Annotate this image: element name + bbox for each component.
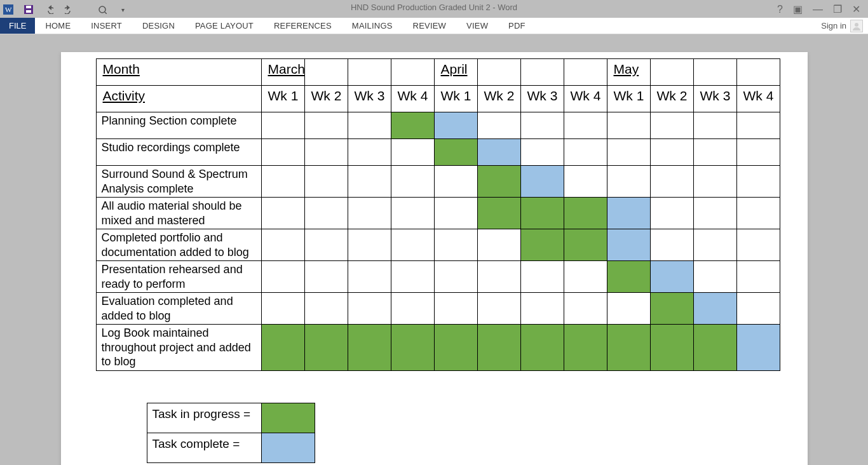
header-week-cell: Wk 3 (520, 86, 564, 112)
tab-insert[interactable]: INSERT (81, 18, 132, 34)
schedule-cell (261, 166, 304, 198)
activity-cell: All audio material should be mixed and m… (96, 198, 261, 229)
svg-line-8 (105, 12, 107, 14)
redo-icon[interactable] (64, 4, 75, 15)
header-activity: Activity (96, 86, 261, 112)
tab-mailings[interactable]: MAILINGS (342, 18, 403, 34)
schedule-cell (564, 166, 607, 198)
tab-home[interactable]: HOME (35, 18, 81, 34)
schedule-cell (304, 198, 348, 229)
help-icon[interactable]: ? (777, 4, 783, 15)
schedule-cell (650, 166, 693, 198)
header-week-cell: Wk 1 (261, 86, 304, 112)
schedule-cell (520, 198, 564, 229)
schedule-cell (650, 229, 693, 261)
schedule-cell (261, 293, 304, 325)
ribbon-display-icon[interactable]: ▣ (793, 4, 803, 15)
user-icon[interactable] (850, 20, 863, 32)
schedule-cell (477, 166, 520, 198)
legend-complete-label: Task complete = (147, 433, 261, 462)
schedule-cell (304, 293, 348, 325)
svg-point-7 (99, 6, 105, 13)
word-app-icon: W (3, 4, 14, 15)
header-week-cell: Wk 3 (348, 86, 391, 112)
schedule-cell (607, 261, 650, 293)
legend-in-progress-swatch (261, 403, 315, 433)
header-month-cell: March (261, 59, 304, 86)
sign-in-link[interactable]: Sign in (821, 21, 846, 30)
header-week-cell: Wk 4 (391, 86, 434, 112)
schedule-cell (348, 139, 391, 166)
tab-pdf[interactable]: PDF (498, 18, 536, 34)
schedule-cell (348, 198, 391, 229)
document-scroll-area[interactable]: MonthMarchAprilMayActivityWk 1Wk 2Wk 3Wk… (0, 34, 868, 465)
schedule-cell (520, 293, 564, 325)
schedule-cell (736, 325, 780, 371)
schedule-cell (693, 198, 736, 229)
schedule-cell (261, 325, 304, 371)
schedule-cell (564, 325, 607, 371)
schedule-cell (607, 325, 650, 371)
schedule-cell (520, 261, 564, 293)
tab-view[interactable]: VIEW (456, 18, 498, 34)
schedule-table: MonthMarchAprilMayActivityWk 1Wk 2Wk 3Wk… (96, 58, 780, 371)
tab-design[interactable]: DESIGN (132, 18, 185, 34)
header-week-cell: Wk 4 (736, 86, 780, 112)
schedule-cell (304, 112, 348, 139)
header-month-cell (736, 59, 780, 86)
qat-customize-icon[interactable]: ▾ (117, 4, 128, 15)
header-month-cell (391, 59, 434, 86)
schedule-cell (391, 166, 434, 198)
header-month-cell (348, 59, 391, 86)
quick-access-toolbar: W ▾ HND Sound Production Graded Unit 2 -… (0, 0, 868, 18)
schedule-cell (477, 229, 520, 261)
activity-cell: Completed portfolio and documentation ad… (96, 229, 261, 261)
header-week-cell: Wk 2 (477, 86, 520, 112)
schedule-cell (607, 112, 650, 139)
schedule-cell (650, 261, 693, 293)
schedule-cell (348, 166, 391, 198)
schedule-cell (434, 139, 477, 166)
schedule-cell (736, 166, 780, 198)
schedule-cell (693, 325, 736, 371)
schedule-cell (304, 229, 348, 261)
schedule-cell (693, 166, 736, 198)
minimize-button[interactable]: — (813, 4, 823, 15)
schedule-cell (348, 229, 391, 261)
schedule-cell (348, 112, 391, 139)
svg-point-9 (855, 23, 858, 27)
schedule-cell (477, 325, 520, 371)
schedule-cell (736, 293, 780, 325)
schedule-cell (650, 139, 693, 166)
header-week-cell: Wk 2 (304, 86, 348, 112)
header-month-cell (520, 59, 564, 86)
schedule-cell (477, 112, 520, 139)
schedule-cell (520, 112, 564, 139)
maximize-button[interactable]: ❐ (833, 4, 842, 15)
schedule-cell (391, 112, 434, 139)
tab-page-layout[interactable]: PAGE LAYOUT (185, 18, 264, 34)
legend-complete-swatch (261, 433, 315, 462)
touch-mode-icon[interactable] (97, 4, 108, 15)
schedule-cell (477, 293, 520, 325)
tab-references[interactable]: REFERENCES (264, 18, 342, 34)
schedule-cell (434, 198, 477, 229)
tab-review[interactable]: REVIEW (403, 18, 456, 34)
activity-cell: Studio recordings complete (96, 139, 261, 166)
schedule-cell (520, 139, 564, 166)
ribbon-tabs: FILE HOME INSERT DESIGN PAGE LAYOUT REFE… (0, 18, 868, 34)
schedule-cell (348, 261, 391, 293)
svg-marker-5 (48, 5, 51, 10)
tab-file[interactable]: FILE (0, 18, 35, 34)
legend-in-progress-label: Task in progress = (147, 403, 261, 433)
undo-icon[interactable] (43, 4, 55, 15)
header-week-cell: Wk 3 (693, 86, 736, 112)
schedule-cell (650, 198, 693, 229)
close-button[interactable]: ✕ (852, 4, 860, 15)
svg-text:W: W (5, 6, 12, 13)
document-page: MonthMarchAprilMayActivityWk 1Wk 2Wk 3Wk… (61, 52, 808, 465)
schedule-cell (261, 112, 304, 139)
save-icon[interactable] (23, 4, 34, 15)
schedule-cell (736, 112, 780, 139)
window-title: HND Sound Production Graded Unit 2 - Wor… (0, 3, 868, 12)
